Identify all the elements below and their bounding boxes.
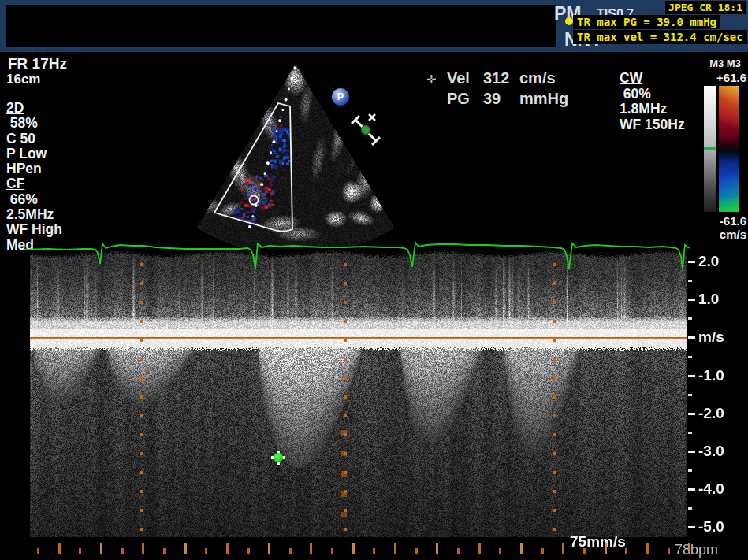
- scale-tick-major: [688, 375, 695, 377]
- measurement-lab: PG: [447, 88, 483, 109]
- parameter-line: CF: [6, 176, 62, 191]
- parameter-line: P Low: [6, 146, 62, 161]
- scale-label: -5.0: [698, 518, 724, 536]
- echo-2d-image[interactable]: [180, 57, 416, 248]
- scale-label: -3.0: [698, 443, 724, 460]
- scale-tick-minor: [688, 356, 692, 358]
- timeline-tick: [668, 548, 670, 554]
- timeline-tick: [142, 543, 144, 554]
- timeline-tick: [310, 543, 312, 554]
- frame-rate-label: FR 17Hz: [8, 55, 67, 72]
- parameter-line: CW: [620, 71, 685, 87]
- scale-tick-minor: [688, 394, 692, 396]
- scale-tick-major: [688, 336, 695, 339]
- depth-label: 16cm: [6, 72, 40, 87]
- measurement-lab: Vel: [447, 68, 483, 88]
- timeline-tick: [562, 543, 564, 554]
- timeline-tick: [121, 548, 124, 554]
- timeline-tick: [268, 543, 270, 554]
- measurement-val: 312: [483, 68, 519, 88]
- patient-info-redaction-box: [6, 5, 556, 47]
- parameter-line: C 50: [6, 132, 62, 146]
- measurement-rows: Vel312cm/sPG39mmHg: [424, 68, 568, 109]
- parameter-line: WF 150Hz: [620, 117, 685, 133]
- scale-tick-major: [688, 299, 695, 301]
- timeline-tick: [415, 548, 418, 554]
- active-measurement-bullet-icon: [565, 17, 573, 25]
- timeline-tick: [478, 543, 481, 554]
- measure-cross-icon: ✛: [426, 72, 437, 87]
- timeline-tick: [605, 543, 607, 554]
- timeline-tick: [352, 543, 355, 554]
- heart-rate-label: 78bpm: [675, 542, 718, 558]
- colorbar-unit: cm/s: [704, 228, 746, 241]
- timeline-tick: [163, 548, 166, 554]
- measurement-val: 39: [483, 88, 519, 109]
- timeline-tick: [520, 543, 523, 554]
- parameter-line: 2D: [6, 101, 62, 116]
- scale-label: 1.0: [698, 291, 719, 308]
- timeline-tick: [583, 548, 586, 554]
- timeline-tick: [184, 543, 187, 554]
- parameter-line: HPen: [6, 161, 62, 176]
- scale-tick-minor: [688, 507, 692, 510]
- parameter-line: 2.5MHz: [6, 207, 62, 222]
- timeline-tick: [247, 548, 250, 554]
- colorbar-max-value: +61.6: [704, 71, 746, 84]
- timeline-tick: [331, 548, 333, 554]
- timeline-tick: [436, 543, 438, 554]
- timeline-tick: [499, 548, 501, 554]
- scale-tick-minor: [688, 432, 692, 434]
- sweep-speed-label: 75mm/s: [570, 533, 626, 551]
- scale-label: m/s: [698, 328, 724, 346]
- timeline-tick: [58, 543, 61, 554]
- timeline-tick: [541, 548, 544, 554]
- ultrasound-screen: PM TIS0.7 NNY JPEG CR 18:1 TR max PG = 3…: [0, 0, 748, 560]
- colorbar-panel: M3 M3 +61.6 -61.6 cm/s: [704, 57, 746, 241]
- scale-tick-minor: [688, 317, 692, 320]
- timeline-tick: [79, 548, 81, 554]
- p-marker-button[interactable]: P: [332, 88, 349, 106]
- tr-max-pg-result: TR max PG = 39.0 mmHg: [573, 15, 720, 29]
- left-parameter-panel: 2D 58%C 50P LowHPenCF 66%2.5MHzWF HighMe…: [6, 101, 62, 253]
- timeline-tick: [688, 543, 690, 554]
- scale-tick-major: [688, 261, 695, 263]
- cursor-green-dot-icon: [274, 453, 283, 462]
- measurement-row: Vel312cm/s: [447, 68, 568, 88]
- parameter-line: 1.8MHz: [620, 102, 685, 117]
- cw-parameter-panel: CW 60%1.8MHzWF 150Hz: [620, 71, 685, 132]
- tr-max-vel-result: TR max vel = 312.4 cm/sec: [573, 30, 747, 44]
- colorbar-bars: [704, 86, 746, 212]
- scale-tick-minor: [688, 469, 692, 472]
- scale-tick-major: [688, 413, 695, 415]
- measurement-unit: cm/s: [519, 69, 556, 87]
- timeline-tick: [100, 543, 102, 554]
- doppler-measure-cursor[interactable]: [271, 451, 285, 465]
- timeline-tick: [205, 548, 207, 554]
- parameter-line: 66%: [6, 192, 62, 207]
- doppler-color-bar: [719, 86, 739, 212]
- spectral-doppler-display[interactable]: [30, 249, 687, 537]
- scale-label: -1.0: [698, 367, 724, 384]
- timeline-tick: [226, 543, 229, 554]
- caliper-green-dot-icon: [362, 126, 370, 135]
- compression-indicator: JPEG CR 18:1: [665, 1, 746, 14]
- color-map-label: M3 M3: [704, 57, 746, 69]
- measurement-unit: mmHg: [519, 90, 568, 107]
- timeline-tick: [373, 548, 375, 554]
- scale-tick-major: [688, 451, 695, 453]
- scale-label: 2.0: [698, 253, 719, 270]
- timeline-tick: [289, 548, 292, 554]
- timeline-tick: [457, 548, 460, 554]
- scale-label: -4.0: [698, 480, 724, 498]
- parameter-line: WF High: [6, 222, 62, 237]
- timeline-tick: [394, 543, 396, 554]
- scale-tick-major: [688, 488, 695, 491]
- scale-label: -2.0: [698, 405, 724, 422]
- scale-tick-minor: [688, 280, 692, 282]
- colorbar-min-value: -61.6: [704, 214, 746, 228]
- caliper-measure-icon[interactable]: [349, 112, 385, 147]
- measurement-row: PG39mmHg: [447, 88, 568, 109]
- parameter-line: 58%: [6, 116, 62, 131]
- timeline-tick: [37, 548, 39, 554]
